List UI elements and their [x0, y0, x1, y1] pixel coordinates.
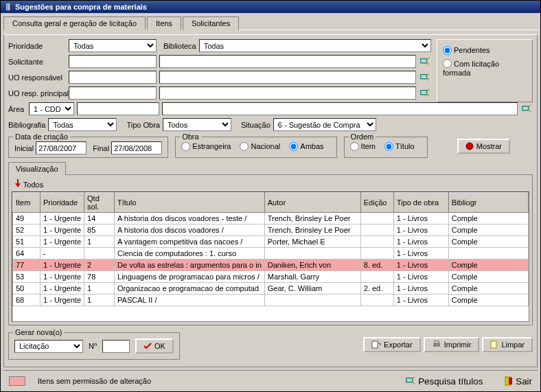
table-row[interactable]: 771 - Urgente2De volta as estrelas : arg…: [13, 260, 529, 271]
obra-estrangeira-radio[interactable]: [181, 142, 190, 151]
footer: Itens sem permissão de alteração Pesquis…: [3, 370, 538, 391]
table-row[interactable]: 681 - Urgente1PASCAL II /1 - LivrosCompl…: [13, 295, 529, 306]
situacao-select[interactable]: 6 - Sugestão de Compra: [273, 118, 376, 131]
svg-rect-1: [8, 3, 10, 11]
prioridade-select[interactable]: Todas: [69, 39, 157, 52]
svg-rect-11: [406, 378, 413, 382]
uo-resp-princ-label: UO resp. principal: [8, 89, 66, 97]
bibliografia-select[interactable]: Todas: [48, 118, 117, 131]
tab-consulta[interactable]: Consulta geral e geração de licitação: [3, 16, 146, 30]
ordem-item-radio[interactable]: [350, 142, 359, 151]
lookup-uo-resp-princ-button[interactable]: [419, 87, 431, 100]
tipo-obra-label: Tipo Obra: [126, 121, 160, 129]
sair-button[interactable]: Sair: [505, 375, 532, 387]
window-title: Sugestões para compra de materiais: [15, 3, 147, 11]
lookup-area-button[interactable]: [520, 103, 533, 115]
final-label: Final: [93, 144, 109, 152]
table-row[interactable]: 64-Ciencia de computadores : 1. curso1 -…: [13, 248, 529, 260]
n-input[interactable]: [102, 340, 130, 353]
uo-resp-princ-name-input[interactable]: [159, 87, 416, 100]
biblioteca-select[interactable]: Todas: [199, 39, 431, 52]
col-edicao[interactable]: Edição: [360, 193, 393, 213]
svg-point-6: [466, 143, 473, 150]
col-autor[interactable]: Autor: [264, 193, 360, 213]
pendentes-label: Pendentes: [454, 46, 490, 54]
svg-rect-3: [421, 74, 427, 78]
table-row[interactable]: 501 - Urgente1Organizacao e programacao …: [13, 283, 529, 295]
uo-resp-name-input[interactable]: [159, 71, 416, 84]
col-titulo[interactable]: Título: [115, 193, 265, 213]
svg-rect-4: [421, 90, 427, 94]
lookup-uo-resp-button[interactable]: [419, 71, 431, 84]
todos-label: Todos: [23, 181, 43, 189]
solicitante-code-input[interactable]: [69, 55, 157, 68]
table-row[interactable]: 511 - Urgente1A vantagem competitiva das…: [13, 236, 529, 248]
uo-resp-label: UO responsável: [8, 73, 66, 82]
gerar-select[interactable]: Licitação: [14, 340, 83, 353]
bibliografia-label: Bibliografia: [8, 121, 45, 129]
col-bibliog[interactable]: Bibliogr: [448, 193, 528, 213]
col-qtd[interactable]: Qtd sol.: [84, 193, 115, 213]
tab-solicitantes[interactable]: Solicitantes: [183, 16, 239, 30]
main-tabs: Consulta geral e geração de licitação It…: [3, 16, 538, 30]
exit-icon: [505, 376, 513, 386]
exportar-button[interactable]: Exportar: [363, 337, 421, 352]
ordem-fieldset: Ordem Item Título: [344, 137, 428, 158]
n-label: Nº: [89, 342, 97, 350]
svg-rect-9: [435, 341, 439, 343]
svg-rect-5: [522, 106, 529, 110]
area-code-input[interactable]: [77, 102, 159, 115]
legend-swatch: [9, 376, 25, 386]
prioridade-label: Prioridade: [8, 42, 66, 50]
svg-rect-10: [491, 341, 496, 348]
new-icon: [490, 341, 498, 349]
inicial-label: Inicial: [14, 144, 34, 152]
pesquisa-titulos-button[interactable]: Pesquisa títulos: [406, 375, 483, 387]
mostrar-button[interactable]: Mostrar: [457, 139, 510, 154]
solicitante-label: Solicitante: [8, 58, 66, 66]
table-row[interactable]: 491 - Urgente14A historia dos discos voa…: [13, 213, 529, 224]
export-icon: [371, 341, 381, 349]
printer-icon: [432, 341, 441, 349]
ordem-titulo-radio[interactable]: [384, 142, 393, 151]
obra-ambas-radio[interactable]: [289, 142, 298, 151]
data-final-input[interactable]: [111, 141, 162, 154]
solicitante-name-input[interactable]: [159, 55, 416, 68]
svg-rect-7: [372, 341, 378, 348]
svg-rect-0: [6, 3, 8, 11]
col-tipo-obra[interactable]: Tipo de obra: [393, 193, 448, 213]
area-label: Área: [8, 105, 26, 113]
limpar-button[interactable]: Limpar: [482, 337, 533, 352]
col-prioridade[interactable]: Prioridade: [41, 193, 84, 213]
main-window: Sugestões para compra de materiais Consu…: [0, 0, 541, 392]
results-table-wrap[interactable]: Item Prioridade Qtd sol. Título Autor Ed…: [12, 192, 529, 322]
pendentes-radio[interactable]: [443, 46, 452, 55]
col-item[interactable]: Item: [13, 193, 41, 213]
area-desc-input[interactable]: [162, 102, 518, 115]
area-select[interactable]: 1 - CDD: [29, 102, 74, 115]
record-icon: [465, 142, 474, 150]
filter-panel: Prioridade Todas Biblioteca Todas Solici…: [3, 34, 538, 367]
check-icon: [143, 343, 152, 349]
table-row[interactable]: 521 - Urgente85A historia dos discos voa…: [13, 224, 529, 236]
lookup-solicitante-button[interactable]: [419, 56, 431, 68]
tab-itens[interactable]: Itens: [147, 16, 181, 30]
table-row[interactable]: 531 - Urgente78Linguagens de programacao…: [13, 271, 529, 283]
arrow-down-icon: [14, 179, 21, 187]
svg-rect-13: [509, 378, 512, 384]
ok-button[interactable]: OK: [135, 338, 174, 354]
biblioteca-label: Biblioteca: [163, 42, 196, 50]
obra-nacional-radio[interactable]: [240, 142, 249, 151]
visualizacao-tab[interactable]: Visualização: [8, 162, 66, 175]
uo-resp-princ-code-input[interactable]: [69, 87, 157, 100]
situacao-label: Situação: [241, 121, 270, 129]
app-icon: [4, 3, 12, 11]
svg-rect-8: [433, 343, 440, 347]
tipo-obra-select[interactable]: Todos: [163, 118, 231, 131]
gerar-fieldset: Gerar nova(o) Licitação Nº OK: [8, 332, 180, 360]
imprimir-button[interactable]: Imprimir: [424, 337, 480, 352]
svg-rect-2: [421, 58, 427, 62]
data-inicial-input[interactable]: [36, 141, 87, 154]
com-licitacao-radio[interactable]: [443, 59, 452, 68]
uo-resp-code-input[interactable]: [69, 71, 157, 84]
